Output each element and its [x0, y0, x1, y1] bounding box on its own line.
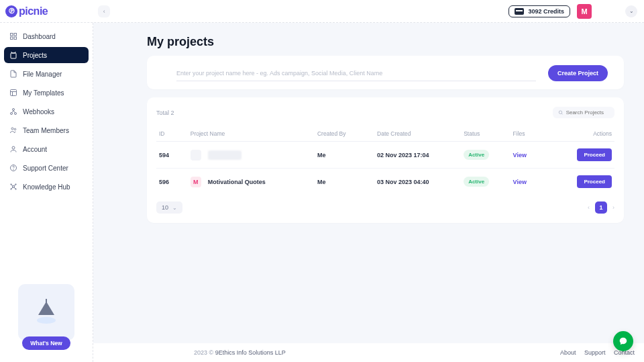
- file-icon: [9, 70, 17, 78]
- sidebar-item-label: File Manager: [23, 71, 62, 78]
- sidebar-item-projects[interactable]: Projects: [4, 47, 89, 63]
- whats-new-button[interactable]: What's New: [22, 336, 70, 350]
- create-project-card: Create Project: [147, 56, 624, 89]
- proceed-button[interactable]: Proceed: [577, 148, 612, 161]
- col-actions: Actions: [570, 126, 614, 142]
- create-project-label: Create Project: [557, 70, 598, 77]
- svg-point-13: [12, 146, 15, 149]
- page-size-select[interactable]: 10 ⌄: [156, 201, 182, 214]
- table-footer: 10 ⌄ ‹ 1 ›: [156, 201, 614, 214]
- sidebar-item-label: Projects: [23, 52, 47, 59]
- table-row: 596 M Motivational Quotes Me 03 Nov 2023…: [156, 169, 614, 195]
- sidebar-item-label: My Templates: [23, 89, 64, 97]
- projects-table-card: Total 2 ID Project Name Created By Date: [147, 97, 624, 223]
- proceed-button[interactable]: Proceed: [577, 175, 612, 188]
- svg-rect-0: [11, 34, 13, 36]
- sidebar-item-label: Account: [23, 146, 47, 153]
- projects-table: ID Project Name Created By Date Created …: [156, 126, 614, 195]
- cell-project-name: M Motivational Quotes: [188, 169, 315, 195]
- svg-rect-2: [14, 37, 17, 40]
- project-name-input[interactable]: [176, 66, 536, 81]
- sidebar-item-label: Knowledge Hub: [23, 183, 70, 191]
- sidebar-item-label: Webhooks: [23, 108, 54, 116]
- svg-point-23: [559, 111, 561, 114]
- project-name-redacted: [208, 150, 241, 160]
- sidebar-collapse-button[interactable]: ‹: [98, 5, 110, 17]
- footer-link-support[interactable]: Support: [584, 349, 606, 356]
- page-next[interactable]: ›: [612, 204, 614, 211]
- sidebar-item-team-members[interactable]: Team Members: [4, 122, 89, 138]
- cell-id: 596: [156, 169, 188, 195]
- svg-point-12: [14, 128, 16, 130]
- col-created-by: Created By: [315, 126, 374, 142]
- sidebar-item-webhooks[interactable]: Webhooks: [4, 103, 89, 120]
- cell-actions: Proceed: [570, 169, 614, 195]
- svg-rect-21: [46, 299, 47, 303]
- sidebar-item-support-center[interactable]: Support Center: [4, 160, 89, 176]
- footer-link-about[interactable]: About: [560, 349, 576, 356]
- team-icon: [9, 126, 17, 134]
- templates-icon: [9, 89, 17, 97]
- page-prev[interactable]: ‹: [588, 204, 590, 211]
- header-right: 3092 Credits M ⌄: [508, 4, 637, 19]
- chat-fab[interactable]: [613, 331, 633, 351]
- account-icon: [9, 145, 17, 153]
- footer-company[interactable]: 9Ethics Info Solutions LLP: [215, 349, 286, 356]
- col-project-name: Project Name: [188, 126, 315, 142]
- sidebar-item-knowledge-hub[interactable]: Knowledge Hub: [4, 179, 89, 195]
- search-projects[interactable]: [553, 107, 614, 118]
- whats-new-label: What's New: [30, 340, 62, 347]
- chevron-left-icon: ‹: [103, 8, 105, 15]
- chevron-down-icon: ⌄: [629, 8, 634, 14]
- table-row: 594 Me 02 Nov 2023 17:04 Active View Pro…: [156, 142, 614, 169]
- sidebar-item-label: Dashboard: [23, 33, 56, 40]
- cell-files: View: [511, 142, 570, 169]
- page-current[interactable]: 1: [595, 201, 607, 214]
- project-name-text: Motivational Quotes: [208, 179, 266, 185]
- project-thumb: M: [191, 177, 201, 187]
- svg-point-10: [13, 109, 15, 111]
- status-badge: Active: [464, 177, 489, 187]
- svg-point-11: [11, 128, 13, 130]
- footer: 2023 © 9Ethics Info Solutions LLP About …: [93, 343, 644, 362]
- dashboard-icon: [9, 32, 17, 40]
- header-left: ℗ picnie ‹: [7, 5, 110, 17]
- footer-copyright: 2023 © 9Ethics Info Solutions LLP: [194, 349, 286, 356]
- view-files-link[interactable]: View: [513, 152, 527, 159]
- page-title: My projects: [147, 35, 624, 49]
- sidebar-item-dashboard[interactable]: Dashboard: [4, 28, 89, 44]
- svg-point-8: [11, 113, 13, 115]
- credits-pill[interactable]: 3092 Credits: [508, 5, 570, 17]
- user-menu-dropdown[interactable]: ⌄: [625, 5, 637, 17]
- chat-icon: [619, 336, 628, 346]
- svg-rect-5: [11, 90, 17, 96]
- brand-name: picnie: [19, 5, 48, 17]
- chevron-down-icon: ⌄: [172, 205, 177, 211]
- pagination: ‹ 1 ›: [588, 201, 614, 214]
- card-icon: [515, 8, 524, 15]
- svg-point-9: [15, 113, 17, 115]
- projects-icon: [9, 51, 17, 59]
- search-input[interactable]: [566, 109, 609, 116]
- view-files-link[interactable]: View: [513, 179, 527, 185]
- svg-line-24: [561, 114, 562, 114]
- promo-illustration: [18, 284, 74, 341]
- lamp-icon: [33, 299, 60, 326]
- svg-rect-3: [11, 37, 13, 40]
- webhooks-icon: [9, 107, 17, 116]
- page-size-value: 10: [162, 204, 168, 211]
- cell-status: Active: [461, 142, 510, 169]
- svg-rect-4: [11, 53, 16, 58]
- app-header: ℗ picnie ‹ 3092 Credits M ⌄: [0, 0, 644, 23]
- sidebar-item-account[interactable]: Account: [4, 141, 89, 157]
- sidebar-item-label: Team Members: [23, 127, 69, 134]
- create-project-button[interactable]: Create Project: [548, 65, 608, 81]
- sidebar-item-file-manager[interactable]: File Manager: [4, 66, 89, 82]
- cell-date-created: 02 Nov 2023 17:04: [374, 142, 461, 169]
- sidebar-promo: What's New: [4, 277, 89, 358]
- avatar[interactable]: M: [577, 4, 592, 19]
- cell-actions: Proceed: [570, 142, 614, 169]
- knowledge-icon: [9, 183, 17, 191]
- brand-logo[interactable]: ℗ picnie: [5, 5, 48, 17]
- sidebar-item-my-templates[interactable]: My Templates: [4, 85, 89, 101]
